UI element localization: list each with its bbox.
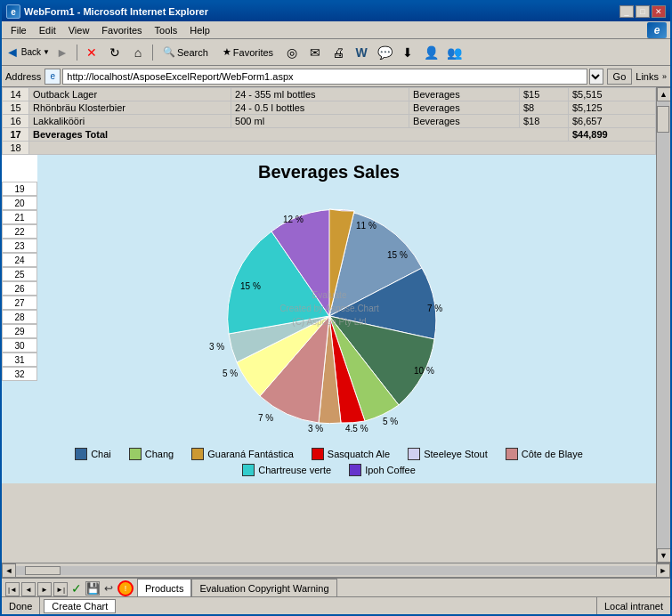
search-button[interactable]: 🔍 Search bbox=[157, 44, 215, 61]
forward-icon: ► bbox=[56, 45, 69, 60]
links-label: Links bbox=[636, 71, 659, 82]
cell-price-15: $8 bbox=[519, 101, 568, 115]
scroll-left-button[interactable]: ◄ bbox=[2, 563, 16, 578]
status-bar: Done Create Chart Local intranet bbox=[2, 596, 670, 614]
user2-button[interactable]: 👥 bbox=[443, 43, 465, 62]
cell-total-15: $5,125 bbox=[568, 101, 655, 115]
cell-product-14: Outback Lager bbox=[29, 88, 231, 101]
print-button[interactable]: 🖨 bbox=[328, 43, 349, 62]
tab-warning-label: Evaluation Copyright Warning bbox=[199, 583, 328, 594]
page-icon: e bbox=[45, 69, 61, 85]
cell-total-14: $5,515 bbox=[568, 88, 655, 101]
menu-file[interactable]: File bbox=[5, 24, 32, 36]
save-icon[interactable]: 💾 bbox=[85, 581, 100, 596]
menu-tools[interactable]: Tools bbox=[150, 24, 183, 36]
scroll-right-button[interactable]: ► bbox=[656, 563, 670, 578]
back-button[interactable]: ◄ Back ▼ bbox=[5, 43, 50, 62]
search-label: Search bbox=[177, 47, 208, 58]
svg-text:15 %: 15 % bbox=[387, 250, 408, 260]
tab-action-area: ✓ 💾 ↩ ! bbox=[69, 580, 134, 596]
svg-text:5 %: 5 % bbox=[383, 417, 398, 426]
stop-button[interactable]: ✕ bbox=[81, 43, 102, 62]
cell-price-14: $15 bbox=[519, 88, 568, 101]
scroll-track[interactable] bbox=[657, 101, 670, 548]
cell-qty-16: 500 ml bbox=[231, 115, 409, 128]
data-table: 14 Outback Lager 24 - 355 ml bottles Bev… bbox=[2, 87, 656, 155]
address-input[interactable] bbox=[62, 69, 587, 85]
user-button[interactable]: 👤 bbox=[420, 43, 441, 62]
svg-text:11 %: 11 % bbox=[356, 221, 376, 231]
scroll-down-button[interactable]: ▼ bbox=[657, 548, 671, 563]
toolbar-sep-1 bbox=[77, 45, 77, 61]
menu-view[interactable]: View bbox=[63, 24, 95, 36]
cell-cat-14: Beverages bbox=[409, 88, 520, 101]
legend-label-steeleye: Steeleye Stout bbox=[424, 449, 488, 459]
cell-cat-16: Beverages bbox=[409, 115, 520, 128]
tab-warning[interactable]: Evaluation Copyright Warning bbox=[191, 579, 336, 596]
tab-nav-next[interactable]: ► bbox=[37, 582, 52, 596]
address-dropdown[interactable] bbox=[589, 69, 603, 85]
vertical-scrollbar[interactable]: ▲ ▼ bbox=[656, 87, 670, 563]
legend-color-ipoh bbox=[349, 464, 361, 476]
row-num-18: 18 bbox=[3, 142, 29, 155]
row-23: 23 bbox=[2, 239, 37, 253]
scroll-h-thumb[interactable] bbox=[25, 566, 61, 575]
menu-help[interactable]: Help bbox=[184, 24, 215, 36]
tab-bar: |◄ ◄ ► ►| ✓ 💾 ↩ ! Products Evaluation Co… bbox=[2, 577, 670, 596]
minimize-button[interactable]: _ bbox=[619, 5, 634, 18]
table-row: 15 Rhönbräu Klosterbier 24 - 0.5 l bottl… bbox=[3, 101, 656, 115]
media-button[interactable]: ◎ bbox=[281, 43, 303, 62]
undo-icon[interactable]: ↩ bbox=[101, 581, 116, 596]
go-button[interactable]: Go bbox=[607, 69, 633, 85]
svg-text:7 %: 7 % bbox=[258, 413, 273, 423]
tab-products[interactable]: Products bbox=[137, 579, 191, 596]
favorites-label: Favorites bbox=[233, 47, 273, 58]
refresh-button[interactable]: ↻ bbox=[104, 43, 125, 62]
menu-edit[interactable]: Edit bbox=[34, 24, 61, 36]
chart-title: Beverages Sales bbox=[37, 162, 620, 182]
address-bar: Address e Go Links » bbox=[2, 66, 670, 87]
status-done: Done bbox=[2, 597, 40, 614]
legend-color-chartreuse bbox=[242, 464, 255, 476]
mail-button[interactable]: ✉ bbox=[304, 43, 326, 62]
chart-legend: Chai Chang Guaraná Fantástica Sasquatch … bbox=[37, 448, 620, 476]
extra-button[interactable]: ⬇ bbox=[397, 43, 418, 62]
cell-product-15: Rhönbräu Klosterbier bbox=[29, 101, 231, 115]
close-button[interactable]: ✕ bbox=[652, 5, 666, 18]
ie-logo-area: e bbox=[647, 22, 667, 38]
tab-nav-last[interactable]: ►| bbox=[53, 582, 68, 596]
row-31: 31 bbox=[2, 353, 37, 367]
scroll-thumb[interactable] bbox=[657, 106, 669, 133]
title-bar-left: e WebForm1 - Microsoft Internet Explorer bbox=[6, 4, 208, 19]
home-button[interactable]: ⌂ bbox=[127, 43, 149, 62]
legend-item-guarana: Guaraná Fantástica bbox=[191, 448, 294, 460]
links-expand-icon: » bbox=[662, 72, 667, 81]
alert-icon[interactable]: ! bbox=[117, 580, 134, 596]
forward-button[interactable]: ► bbox=[52, 43, 73, 62]
tab-nav-first[interactable]: |◄ bbox=[5, 582, 20, 596]
page-small-icon: e bbox=[51, 71, 56, 81]
row-28: 28 bbox=[2, 310, 37, 324]
row-num-15: 15 bbox=[3, 101, 29, 115]
check-icon[interactable]: ✓ bbox=[69, 581, 84, 596]
table-area: 14 Outback Lager 24 - 355 ml bottles Bev… bbox=[2, 87, 656, 563]
legend-label-chai: Chai bbox=[91, 449, 111, 459]
legend-color-cote bbox=[506, 448, 518, 460]
horizontal-scrollbar[interactable]: ◄ ► bbox=[2, 563, 670, 577]
favorites-button[interactable]: ★ Favorites bbox=[216, 44, 279, 61]
row-25: 25 bbox=[2, 267, 37, 281]
scroll-up-button[interactable]: ▲ bbox=[657, 87, 671, 101]
cell-price-16: $18 bbox=[519, 115, 568, 128]
legend-item-steeleye: Steeleye Stout bbox=[408, 448, 488, 460]
legend-label-ipoh: Ipoh Coffee bbox=[365, 465, 416, 475]
messenger-button[interactable]: 💬 bbox=[374, 43, 395, 62]
row-29: 29 bbox=[2, 324, 37, 338]
legend-item-ipoh: Ipoh Coffee bbox=[349, 464, 416, 476]
create-chart-button[interactable]: Create Chart bbox=[44, 599, 116, 613]
maximize-button[interactable]: □ bbox=[636, 5, 650, 18]
menu-favorites[interactable]: Favorites bbox=[96, 24, 147, 36]
svg-text:10 %: 10 % bbox=[414, 366, 434, 376]
tab-nav-prev[interactable]: ◄ bbox=[21, 582, 36, 596]
scroll-h-track[interactable] bbox=[16, 566, 656, 575]
word-button[interactable]: W bbox=[351, 43, 372, 62]
